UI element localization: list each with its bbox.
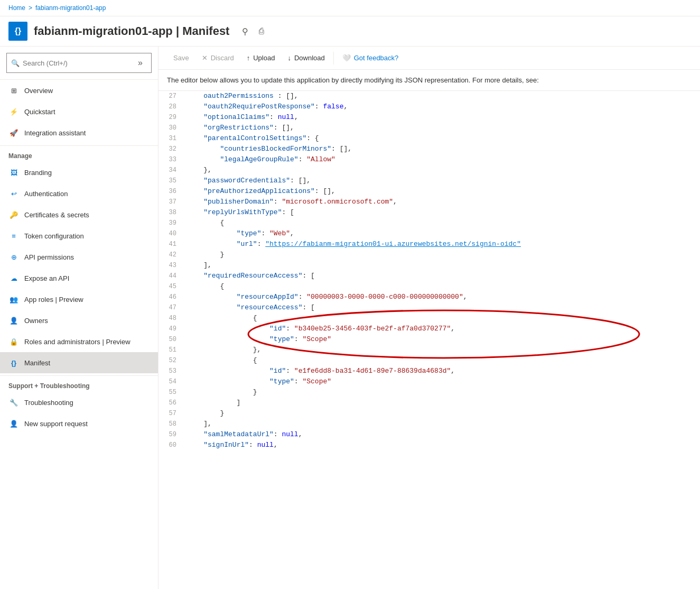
save-button[interactable]: Save [167,51,195,65]
code-line: 58 ], [158,419,700,429]
code-line: 39 { [158,218,700,228]
key-icon: 🔑 [8,209,19,220]
sidebar-item-label: Overview [24,87,53,95]
sidebar-item-label: Certificates & secrets [24,211,89,219]
nav-section-support: 🔧 Troubleshooting 👤 New support request [0,392,158,434]
sidebar-item-certificates[interactable]: 🔑 Certificates & secrets [0,204,158,225]
sidebar-item-api[interactable]: ⊕ API permissions [0,246,158,268]
sidebar-item-token[interactable]: ≡ Token configuration [0,225,158,246]
breadcrumb-home[interactable]: Home [8,4,25,12]
code-line: 31 "parentalControlSettings": { [158,133,700,144]
download-button[interactable]: ↓ Download [281,51,331,65]
code-line: 51 }, [158,345,700,355]
toolbar-separator [333,52,334,65]
editor-description: The editor below allows you to update th… [158,70,700,91]
title-actions: ⚲ ⎙ [240,24,266,39]
code-line: 41 "url": "https://fabianm-migration01-u… [158,239,700,250]
code-line: 59 "samlMetadataUrl": null, [158,429,700,440]
sidebar: 🔍 » ⊞ Overview ⚡ Quickstart 🚀 Integratio… [0,47,158,589]
sidebar-item-label: Expose an API [24,274,69,282]
breadcrumb: Home > fabianm-migration01-app [0,0,700,16]
bars-icon: ≡ [8,231,19,241]
toolbar: Save ✕ Discard ↑ Upload ↓ Download 🤍 Got… [158,47,700,70]
code-line: 54 "type": "Scope" [158,376,700,387]
support-label: Support + Troubleshooting [0,375,158,392]
sidebar-item-expose[interactable]: ☁ Expose an API [0,268,158,289]
search-input-wrapper[interactable]: 🔍 » [6,53,152,73]
code-line: 47 "resourceAccess": [ [158,302,700,313]
sidebar-item-label: Branding [24,169,52,177]
code-line: 45 { [158,281,700,292]
sidebar-item-label: Troubleshooting [24,399,73,407]
code-line: 52 { [158,355,700,366]
content-area: Save ✕ Discard ↑ Upload ↓ Download 🤍 Got… [158,47,700,589]
page-title: fabianm-migration01-app | Manifest [34,24,229,38]
code-line: 38 "replyUrlsWithType": [ [158,207,700,218]
person-icon: 🔒 [8,336,19,347]
download-icon: ↓ [287,54,291,62]
sidebar-item-approles[interactable]: 👥 App roles | Preview [0,289,158,310]
pin-button[interactable]: ⚲ [240,24,250,39]
code-line: 33 "legalAgeGroupRule": "Allow" [158,154,700,165]
sidebar-item-label: API permissions [24,253,74,261]
sidebar-item-branding[interactable]: 🖼 Branding [0,162,158,183]
code-line: 50 "type": "Scope" [158,334,700,345]
code-line: 37 "publisherDomain": "microsoft.onmicro… [158,197,700,207]
api-icon: ⊕ [8,252,19,262]
sidebar-item-troubleshooting[interactable]: 🔧 Troubleshooting [0,392,158,413]
sidebar-item-label: App roles | Preview [24,296,83,303]
code-line: 46 "resourceAppId": "00000003-0000-0000-… [158,292,700,302]
code-line: 56 ] [158,398,700,408]
person2-icon: 👤 [8,418,19,429]
title-bar: {} fabianm-migration01-app | Manifest ⚲ … [0,16,700,47]
code-line: 40 "type": "Web", [158,228,700,239]
grid-icon: ⊞ [8,85,19,96]
sidebar-item-label: Owners [24,317,48,325]
sidebar-item-integration[interactable]: 🚀 Integration assistant [0,122,158,143]
search-box: 🔍 » [0,47,158,80]
code-line: 43 ], [158,260,700,271]
sidebar-item-label: Roles and administrators | Preview [24,338,130,346]
code-line: 48 { [158,313,700,324]
sidebar-item-label: Authentication [24,190,68,198]
code-line: 53 "id": "e1fe6dd8-ba31-4d61-89e7-88639d… [158,366,700,376]
code-line: 34 }, [158,165,700,176]
code-lines: 27 oauth2Permissions : [],28 "oauth2Requ… [158,91,700,450]
code-line: 42 } [158,250,700,260]
collapse-button[interactable]: » [134,56,147,70]
auth-icon: ↩ [8,188,19,199]
code-line: 55 } [158,387,700,398]
people-icon: 👤 [8,315,19,326]
code-line: 60 "signInUrl": null, [158,440,700,450]
paint-icon: 🖼 [8,167,19,178]
search-input[interactable] [23,59,130,67]
sidebar-item-quickstart[interactable]: ⚡ Quickstart [0,101,158,122]
manage-label: Manage [0,145,158,162]
code-line: 35 "passwordCredentials": [], [158,176,700,186]
discard-icon: ✕ [202,54,208,62]
lightning-icon: ⚡ [8,106,19,117]
main-layout: 🔍 » ⊞ Overview ⚡ Quickstart 🚀 Integratio… [0,47,700,589]
code-line: 49 "id": "b340eb25-3456-403f-be2f-af7a0d… [158,324,700,334]
sidebar-item-overview[interactable]: ⊞ Overview [0,80,158,101]
sidebar-item-owners[interactable]: 👤 Owners [0,310,158,331]
print-button[interactable]: ⎙ [257,24,266,39]
sidebar-item-roles[interactable]: 🔒 Roles and administrators | Preview [0,331,158,352]
code-line: 29 "optionalClaims": null, [158,112,700,123]
nav-section-manage: 🖼 Branding ↩ Authentication 🔑 Certificat… [0,162,158,373]
discard-button[interactable]: ✕ Discard [195,51,240,65]
code-line: 30 "orgRestrictions": [], [158,123,700,133]
sidebar-item-support[interactable]: 👤 New support request [0,413,158,434]
code-editor[interactable]: 27 oauth2Permissions : [],28 "oauth2Requ… [158,91,700,589]
sidebar-item-authentication[interactable]: ↩ Authentication [0,183,158,204]
feedback-button[interactable]: 🤍 Got feedback? [336,51,405,65]
sidebar-item-manifest[interactable]: {} Manifest [0,352,158,373]
sidebar-item-label: Integration assistant [24,129,86,137]
code-line: 36 "preAuthorizedApplications": [], [158,186,700,197]
heart-icon: 🤍 [342,54,351,62]
upload-button[interactable]: ↑ Upload [240,51,282,65]
code-line: 57 } [158,408,700,419]
users-icon: 👥 [8,294,19,305]
breadcrumb-current: fabianm-migration01-app [35,4,106,12]
code-line: 32 "countriesBlockedForMinors": [], [158,144,700,154]
